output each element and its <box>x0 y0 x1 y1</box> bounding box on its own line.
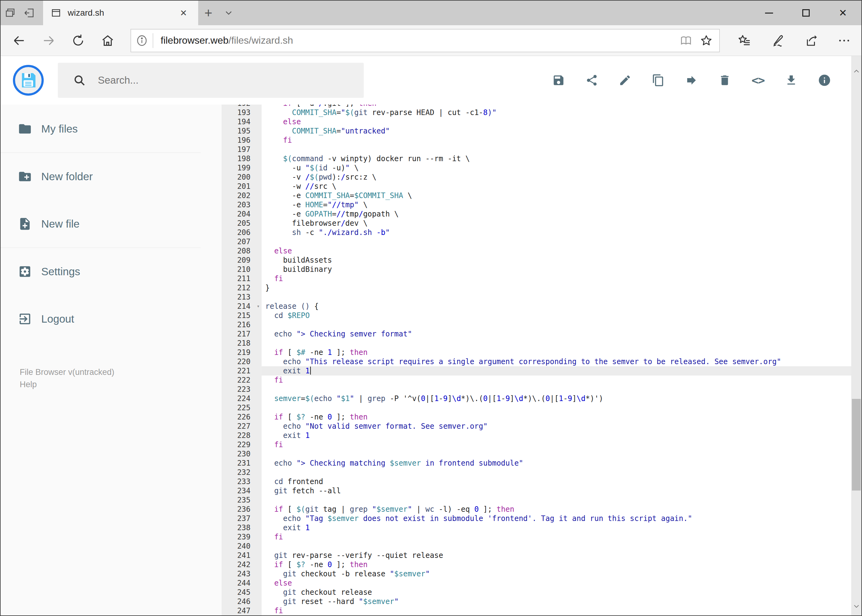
code-line[interactable]: echo "> Checking matching $semver in fro… <box>262 459 861 468</box>
back-icon[interactable] <box>11 32 28 49</box>
code-line[interactable]: echo "This release script requires a sin… <box>262 357 861 366</box>
code-line[interactable]: -v /$(pwd):/src:z \ <box>262 173 861 182</box>
code-line[interactable]: if [ $? -ne 0 ]; then <box>262 560 861 569</box>
code-line[interactable]: sh -c "./wizard.sh -b" <box>262 228 861 237</box>
code-line[interactable]: exit 1 <box>262 366 861 376</box>
fold-marker-icon[interactable]: ▾ <box>257 302 260 311</box>
browser-tab[interactable]: wizard.sh ✕ <box>43 1 198 25</box>
code-line[interactable]: -e GOPATH=//tmp/gopath \ <box>262 209 861 218</box>
code-line[interactable]: echo "Tag $semver does not exist in subm… <box>262 514 861 523</box>
code-line[interactable]: cd $REPO <box>262 311 861 320</box>
sidebar-item-logout[interactable]: Logout <box>1 308 222 330</box>
code-line[interactable]: -w //src \ <box>262 182 861 191</box>
minimize-button[interactable] <box>750 1 788 25</box>
code-line[interactable]: -e COMMIT_SHA=$COMMIT_SHA \ <box>262 191 861 200</box>
favorite-star-icon[interactable] <box>698 32 715 49</box>
close-button[interactable]: ✕ <box>824 1 861 25</box>
filebrowser-logo[interactable] <box>13 65 44 96</box>
ink-notes-icon[interactable] <box>769 32 786 49</box>
set-tabs-aside-icon[interactable] <box>20 1 39 25</box>
code-line[interactable]: if [ -d /.git ]; then <box>262 105 861 108</box>
code-line[interactable]: COMMIT_SHA="$(git rev-parse HEAD | cut -… <box>262 108 861 117</box>
code-line[interactable]: release () { <box>262 302 861 311</box>
hub-favorites-icon[interactable] <box>736 32 753 49</box>
code-line[interactable] <box>262 495 861 504</box>
new-tab-button[interactable]: + <box>198 1 219 25</box>
code-line[interactable] <box>262 320 861 329</box>
tab-preview-icon[interactable] <box>1 1 20 25</box>
forward-icon[interactable] <box>40 32 57 49</box>
sidebar-item-new-folder[interactable]: New folder <box>1 166 222 187</box>
move-icon[interactable] <box>685 74 698 87</box>
code-line[interactable] <box>262 292 861 302</box>
sidebar-item-new-file[interactable]: New file <box>1 213 222 235</box>
page-scrollbar[interactable] <box>851 56 861 615</box>
save-icon[interactable] <box>552 74 565 87</box>
code-line[interactable]: buildAssets <box>262 256 861 265</box>
tab-close-icon[interactable]: ✕ <box>180 8 187 18</box>
code-line[interactable]: } <box>262 283 861 292</box>
code-line[interactable]: else <box>262 578 861 588</box>
maximize-button[interactable] <box>788 1 824 25</box>
code-line[interactable]: -e HOME="//tmp" \ <box>262 200 861 209</box>
delete-icon[interactable] <box>718 74 731 87</box>
code-line[interactable]: COMMIT_SHA="untracked" <box>262 126 861 136</box>
code-line[interactable]: fi <box>262 440 861 449</box>
code-line[interactable]: fi <box>262 606 861 615</box>
download-icon[interactable] <box>785 74 798 87</box>
help-link[interactable]: Help <box>20 378 222 391</box>
code-line[interactable] <box>262 542 861 551</box>
code-line[interactable] <box>262 237 861 246</box>
code-icon[interactable]: <> <box>751 74 765 87</box>
code-line[interactable]: echo "> Checking semver format" <box>262 329 861 339</box>
code-line[interactable]: filebrowser/dev \ <box>262 218 861 228</box>
home-icon[interactable] <box>99 32 116 49</box>
code-line[interactable] <box>262 403 861 412</box>
code-line[interactable] <box>262 468 861 477</box>
code-line[interactable] <box>262 145 861 154</box>
reading-view-icon[interactable] <box>678 32 695 49</box>
code-editor[interactable]: 1921931941951961971981992002012022032042… <box>222 105 861 615</box>
code-line[interactable]: git reset --hard "$semver" <box>262 597 861 606</box>
code-line[interactable]: if [ $? -ne 0 ]; then <box>262 412 861 422</box>
code-line[interactable] <box>262 385 861 394</box>
code-line[interactable]: $(command -v winpty) docker run --rm -it… <box>262 154 861 163</box>
tab-list-chevron-icon[interactable] <box>219 1 239 25</box>
code-line[interactable]: fi <box>262 136 861 145</box>
code-line[interactable]: if [ $# -ne 1 ]; then <box>262 348 861 357</box>
code-line[interactable]: fi <box>262 376 861 385</box>
edit-icon[interactable] <box>618 74 632 87</box>
code-line[interactable]: buildBinary <box>262 265 861 274</box>
code-line[interactable]: -u "$(id -u)" \ <box>262 163 861 173</box>
code-line[interactable]: semver=$(echo "$1" | grep -P '^v(0|[1-9]… <box>262 394 861 403</box>
site-info-icon[interactable] <box>131 34 153 47</box>
code-line[interactable]: exit 1 <box>262 431 861 440</box>
code-line[interactable]: fi <box>262 532 861 542</box>
code-line[interactable]: git checkout release <box>262 588 861 597</box>
code-line[interactable]: else <box>262 117 861 126</box>
code-line[interactable]: else <box>262 246 861 256</box>
scroll-up-icon[interactable] <box>851 64 861 78</box>
sidebar-item-settings[interactable]: Settings <box>1 261 222 282</box>
code-line[interactable]: git fetch --all <box>262 486 861 495</box>
code-line[interactable]: git rev-parse --verify --quiet release <box>262 551 861 560</box>
scroll-down-icon[interactable] <box>851 599 861 613</box>
code-line[interactable]: if [ $(git tag | grep "$semver" | wc -l)… <box>262 504 861 514</box>
copy-icon[interactable] <box>651 74 665 87</box>
sidebar-item-my-files[interactable]: My files <box>1 118 222 140</box>
code-line[interactable] <box>262 339 861 348</box>
refresh-icon[interactable] <box>69 32 87 49</box>
url-text[interactable]: filebrowser.web/files/wizard.sh <box>161 35 293 46</box>
code-line[interactable]: fi <box>262 274 861 283</box>
url-bar[interactable]: filebrowser.web/files/wizard.sh <box>131 29 720 52</box>
code-line[interactable]: cd frontend <box>262 477 861 486</box>
share-icon[interactable] <box>585 74 599 87</box>
more-options-icon[interactable] <box>835 32 853 49</box>
code-line[interactable]: exit 1 <box>262 523 861 532</box>
code-lines[interactable]: if [ -d /.git ]; then COMMIT_SHA="$(git … <box>262 105 861 615</box>
code-line[interactable]: echo "Not valid semver format. See semve… <box>262 422 861 431</box>
scrollbar-thumb[interactable] <box>852 399 861 490</box>
share-page-icon[interactable] <box>802 32 819 49</box>
code-line[interactable]: git checkout -b release "$semver" <box>262 569 861 578</box>
info-icon[interactable] <box>818 74 831 87</box>
